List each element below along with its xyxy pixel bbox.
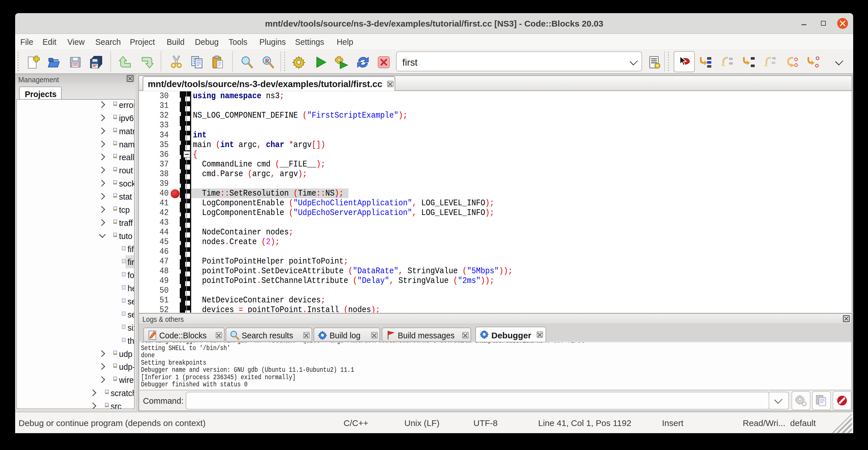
svg-text:R: R xyxy=(265,58,269,64)
